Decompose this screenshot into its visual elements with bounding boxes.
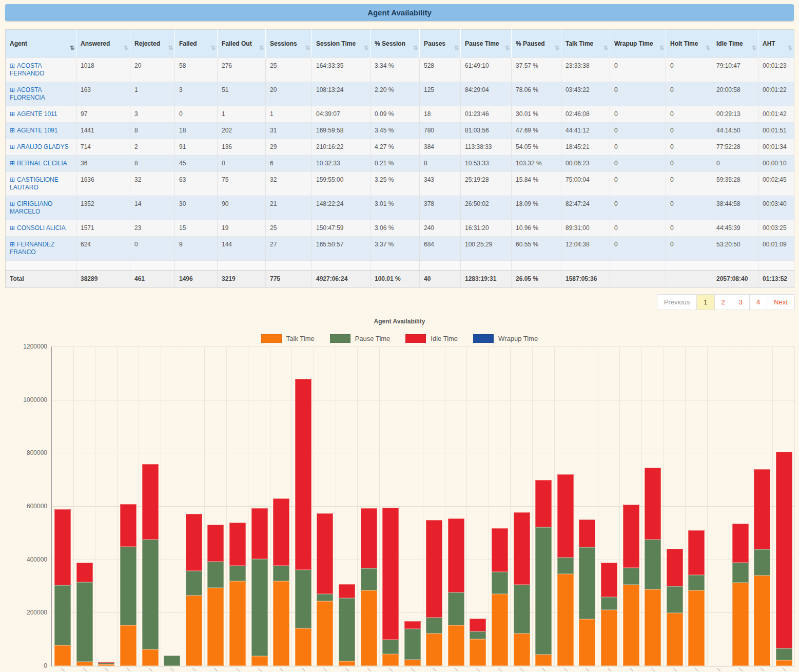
bar-segment-idle-time[interactable] xyxy=(535,480,552,527)
bar-segment-talk-time[interactable] xyxy=(404,660,421,666)
bar-segment-pause-time[interactable] xyxy=(732,563,749,583)
bar-segment-talk-time[interactable] xyxy=(557,574,574,666)
bar-segment-talk-time[interactable] xyxy=(754,575,770,666)
bar-segment-talk-time[interactable] xyxy=(448,625,464,666)
bar-segment-pause-time[interactable] xyxy=(339,598,355,661)
column-header-session[interactable]: % Session⇅ xyxy=(371,30,420,58)
bar-segment-talk-time[interactable] xyxy=(142,649,159,666)
bar-segment-pause-time[interactable] xyxy=(754,549,770,575)
bar-segment-idle-time[interactable] xyxy=(273,498,289,566)
bar-segment-talk-time[interactable] xyxy=(339,661,355,666)
bar-segment-idle-time[interactable] xyxy=(295,379,311,570)
bar-segment-idle-time[interactable] xyxy=(579,520,595,547)
bar-segment-idle-time[interactable] xyxy=(186,514,202,571)
bar-segment-pause-time[interactable] xyxy=(186,571,202,596)
bar-segment-pause-time[interactable] xyxy=(601,597,617,610)
pagination-previous-button[interactable]: Previous xyxy=(657,294,697,310)
bar-segment-talk-time[interactable] xyxy=(667,613,683,666)
bar-segment-pause-time[interactable] xyxy=(535,527,552,655)
bar-segment-idle-time[interactable] xyxy=(404,621,421,629)
bar-segment-talk-time[interactable] xyxy=(645,589,661,666)
agent-link[interactable]: ⊞CIRIGLIANO MARCELO xyxy=(10,200,52,215)
bar-segment-idle-time[interactable] xyxy=(339,584,355,598)
sort-icon[interactable]: ⇅ xyxy=(124,44,128,52)
bar-segment-idle-time[interactable] xyxy=(317,513,333,594)
bar-segment-idle-time[interactable] xyxy=(207,525,224,562)
legend-item-idle-time[interactable]: Idle Time xyxy=(405,334,458,343)
bar-segment-talk-time[interactable] xyxy=(54,645,71,666)
bar-segment-pause-time[interactable] xyxy=(426,618,442,633)
bar-segment-idle-time[interactable] xyxy=(776,452,792,648)
bar-segment-pause-time[interactable] xyxy=(448,592,464,625)
bar-segment-pause-time[interactable] xyxy=(470,631,486,639)
expand-row-icon[interactable]: ⊞ xyxy=(10,176,15,183)
bar-segment-idle-time[interactable] xyxy=(142,464,159,540)
bar-segment-talk-time[interactable] xyxy=(361,590,377,666)
column-header-failed[interactable]: Failed⇅ xyxy=(175,30,218,58)
expand-row-icon[interactable]: ⊞ xyxy=(10,86,15,93)
sort-icon[interactable]: ⇅ xyxy=(505,44,510,52)
agent-link[interactable]: ⊞ACOSTA FERNANDO xyxy=(10,62,44,77)
bar-segment-pause-time[interactable] xyxy=(557,558,574,574)
bar-segment-talk-time[interactable] xyxy=(514,633,530,666)
bar-segment-talk-time[interactable] xyxy=(317,601,333,666)
agent-link[interactable]: ⊞BERNAL CECILIA xyxy=(10,160,67,167)
column-header-pause-time[interactable]: Pause Time⇅ xyxy=(461,30,512,58)
bar-segment-idle-time[interactable] xyxy=(426,520,442,618)
sort-icon[interactable]: ⇅ xyxy=(788,44,792,52)
column-header-aht[interactable]: AHT⇅ xyxy=(758,30,794,58)
sort-icon[interactable]: ⇅ xyxy=(305,44,310,52)
pagination-next-button[interactable]: Next xyxy=(767,294,795,310)
bar-segment-talk-time[interactable] xyxy=(382,654,399,666)
bar-segment-talk-time[interactable] xyxy=(492,594,508,666)
bar-segment-idle-time[interactable] xyxy=(667,549,683,586)
bar-segment-idle-time[interactable] xyxy=(688,530,705,575)
bar-segment-pause-time[interactable] xyxy=(361,568,377,590)
agent-link[interactable]: ⊞AGENTE 1091 xyxy=(10,127,57,134)
sort-icon[interactable]: ⇅ xyxy=(211,44,216,52)
sort-icon[interactable]: ⇅ xyxy=(659,44,664,52)
bar-segment-talk-time[interactable] xyxy=(426,633,442,666)
bar-segment-talk-time[interactable] xyxy=(601,610,617,666)
agent-link[interactable]: ⊞ARAUJO GLADYS xyxy=(10,143,69,150)
column-header-answered[interactable]: Answered⇅ xyxy=(76,30,130,58)
bar-segment-talk-time[interactable] xyxy=(76,662,93,666)
bar-segment-idle-time[interactable] xyxy=(645,468,661,540)
bar-segment-pause-time[interactable] xyxy=(688,575,705,590)
pagination-page-3[interactable]: 3 xyxy=(732,294,750,310)
column-header-pauses[interactable]: Pauses⇅ xyxy=(420,30,461,58)
sort-icon[interactable]: ⇅ xyxy=(603,44,608,52)
agent-link[interactable]: ⊞CASTIGLIONE LAUTARO xyxy=(10,176,59,191)
bar-segment-talk-time[interactable] xyxy=(295,628,311,666)
bar-segment-talk-time[interactable] xyxy=(535,655,552,666)
bar-segment-idle-time[interactable] xyxy=(361,508,377,569)
pagination-page-2[interactable]: 2 xyxy=(714,294,732,310)
bar-segment-pause-time[interactable] xyxy=(98,663,114,664)
legend-item-talk-time[interactable]: Talk Time xyxy=(261,334,315,343)
bar-segment-talk-time[interactable] xyxy=(470,639,486,666)
bar-segment-pause-time[interactable] xyxy=(492,572,508,594)
agent-link[interactable]: ⊞CONSOLI ALICIA xyxy=(10,224,66,232)
expand-row-icon[interactable]: ⊞ xyxy=(10,143,15,150)
column-header-session-time[interactable]: Session Time⇅ xyxy=(312,30,371,58)
bar-segment-talk-time[interactable] xyxy=(229,581,246,666)
bar-segment-idle-time[interactable] xyxy=(623,505,639,568)
bar-segment-pause-time[interactable] xyxy=(295,570,311,628)
expand-row-icon[interactable]: ⊞ xyxy=(10,241,15,248)
bar-segment-pause-time[interactable] xyxy=(76,582,93,662)
expand-row-icon[interactable]: ⊞ xyxy=(10,200,15,207)
legend-item-pause-time[interactable]: Pause Time xyxy=(330,334,391,343)
column-header-wrapup-time[interactable]: Wrapup Time⇅ xyxy=(610,30,666,58)
sort-icon[interactable]: ⇅ xyxy=(168,44,173,52)
bar-segment-idle-time[interactable] xyxy=(448,519,464,592)
bar-segment-idle-time[interactable] xyxy=(732,524,749,563)
agent-link[interactable]: ⊞AGENTE 1011 xyxy=(10,110,57,118)
column-header-paused[interactable]: % Paused⇅ xyxy=(512,30,561,58)
sort-icon[interactable]: ⇅ xyxy=(454,44,459,52)
bar-segment-pause-time[interactable] xyxy=(623,568,639,585)
bar-segment-idle-time[interactable] xyxy=(382,508,399,640)
sort-icon[interactable]: ⇅ xyxy=(555,44,559,52)
bar-segment-pause-time[interactable] xyxy=(54,585,71,645)
bar-segment-talk-time[interactable] xyxy=(623,585,639,666)
bar-segment-pause-time[interactable] xyxy=(142,540,159,649)
